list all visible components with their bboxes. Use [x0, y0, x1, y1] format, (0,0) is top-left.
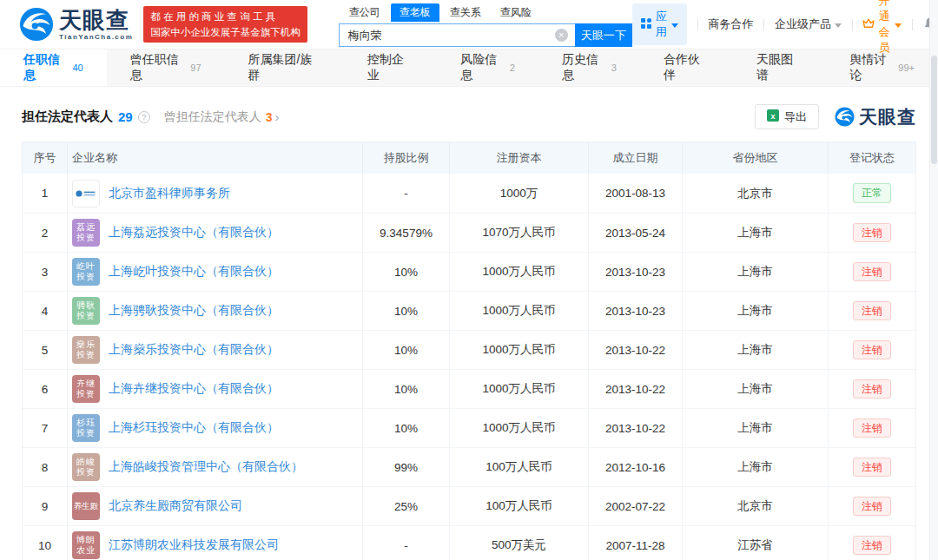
table-row: 6 卉继投资 上海卉继投资中心（有限合伙） 10% 1000万人民币 2013-…	[23, 369, 915, 408]
search-tab-boss[interactable]: 查老板	[391, 3, 439, 22]
tab-history-info[interactable]: 历史信息3	[538, 49, 640, 86]
status-badge: 注销	[853, 536, 891, 555]
top-nav: 应用 商务合作 企业级产品 开通会员 鹰眼	[632, 0, 938, 56]
shareholding-ratio: 10%	[363, 292, 450, 330]
divider	[763, 19, 764, 30]
company-name-link[interactable]: 江苏博朗农业科技发展有限公司	[109, 537, 279, 553]
company-logo: 博朗农业	[72, 531, 100, 559]
establish-date: 2007-11-28	[589, 526, 683, 560]
vip-membership-button[interactable]: 开通会员	[862, 0, 902, 56]
company-name-link[interactable]: 上海骋耿投资中心（有限合伙）	[109, 303, 279, 319]
column-header: 注册资本	[450, 142, 589, 174]
company-logo: 皓峻投资	[72, 453, 100, 481]
table-row: 2 荔远投资 上海荔远投资中心（有限合伙） 9.34579% 1070万人民币 …	[23, 213, 915, 252]
section-count: 29	[118, 109, 133, 124]
status-badge: 注销	[853, 301, 891, 320]
shareholding-ratio: -	[363, 174, 450, 213]
shareholding-ratio: 25%	[363, 487, 450, 525]
scrollbar-thumb[interactable]	[931, 56, 937, 164]
status-badge: 注销	[853, 262, 891, 281]
excel-icon: x	[767, 109, 779, 124]
table-row: 1 北京市盈科律师事务所 - 1000万 2001-08-13 北京市 正常	[23, 174, 915, 213]
brand-title: 天眼查	[59, 9, 133, 31]
help-icon[interactable]: ?	[138, 111, 150, 123]
svg-text:x: x	[770, 112, 775, 121]
tab-group[interactable]: 所属集团/族群	[225, 49, 344, 86]
search-tab-risk[interactable]: 查风险	[492, 3, 540, 22]
scrollbar[interactable]	[929, 0, 938, 560]
divider	[912, 19, 913, 30]
establish-date: 2013-10-23	[589, 253, 683, 291]
company-name-link[interactable]: 上海皓峻投资管理中心（有限合伙）	[109, 459, 303, 475]
clear-icon[interactable]: ×	[555, 29, 568, 42]
establish-date: 2013-10-23	[589, 292, 683, 330]
establish-date: 2013-05-24	[589, 214, 683, 252]
registered-capital: 1000万人民币	[450, 409, 589, 447]
shareholding-ratio: 10%	[363, 331, 450, 369]
status-badge: 注销	[853, 497, 891, 516]
tianyancha-logo-icon	[835, 107, 855, 127]
company-name-link[interactable]: 北京市盈科律师事务所	[109, 186, 230, 201]
company-name-link[interactable]: 北京养生殿商贸有限公司	[109, 498, 242, 514]
search-button[interactable]: 天眼一下	[575, 23, 632, 47]
status-badge: 正常	[853, 183, 891, 202]
tianyancha-watermark: 天眼查	[835, 105, 916, 129]
apps-grid-icon	[641, 18, 651, 31]
company-name-link[interactable]: 上海卉继投资中心（有限合伙）	[109, 381, 279, 397]
company-logo: 卉继投资	[72, 375, 100, 403]
table-row: 5 燊乐投资 上海燊乐投资中心（有限合伙） 10% 1000万人民币 2013-…	[23, 330, 915, 369]
company-name-link[interactable]: 上海燊乐投资中心（有限合伙）	[109, 342, 279, 358]
chevron-down-icon	[671, 23, 678, 28]
past-legal-rep-link[interactable]: 曾担任法定代表人 3 ›	[164, 109, 280, 125]
company-name-link[interactable]: 上海杉珏投资中心（有限合伙）	[109, 420, 279, 436]
nav-item-enterprise-products[interactable]: 企业级产品	[775, 16, 842, 32]
company-name-link[interactable]: 上海屹叶投资中心（有限合伙）	[109, 264, 279, 280]
tab-risk-info[interactable]: 风险信息2	[437, 49, 538, 86]
shareholding-ratio: 10%	[363, 370, 450, 408]
tab-controlled-companies[interactable]: 控制企业	[344, 49, 437, 86]
registered-capital: 1000万人民币	[450, 331, 589, 369]
company-name-link[interactable]: 上海荔远投资中心（有限合伙）	[109, 225, 279, 240]
row-index: 6	[23, 370, 68, 408]
row-index: 10	[23, 526, 68, 560]
column-header: 持股比例	[363, 142, 450, 174]
crown-icon	[862, 18, 875, 31]
column-header: 成立日期	[589, 142, 683, 174]
tab-past-positions[interactable]: 曾任职信息97	[107, 49, 225, 86]
promo-line-2: 国家中小企业发展子基金旗下机构	[150, 26, 301, 38]
apps-label: 应用	[656, 9, 667, 40]
establish-date: 2012-10-16	[589, 448, 683, 486]
establish-date: 2001-08-13	[589, 174, 683, 213]
search-area: 查公司查老板查关系查风险 × 天眼一下	[339, 3, 632, 47]
apps-menu-button[interactable]: 应用	[632, 3, 687, 45]
shareholding-ratio: 9.34579%	[363, 214, 450, 252]
registered-capital: 1000万	[450, 174, 589, 213]
table-row: 10 博朗农业 江苏博朗农业科技发展有限公司 - 500万美元 2007-11-…	[23, 525, 915, 560]
search-input[interactable]	[339, 23, 575, 47]
province-region: 上海市	[683, 331, 829, 369]
province-region: 上海市	[683, 370, 829, 408]
establish-date: 2013-10-22	[589, 370, 683, 408]
divider	[697, 19, 698, 30]
export-button[interactable]: x 导出	[755, 104, 819, 129]
status-badge: 注销	[853, 379, 891, 399]
promo-badge: 都 在 用 的 商 业 查 询 工 具 国家中小企业发展子基金旗下机构	[143, 6, 307, 43]
section-title: 担任法定代表人	[22, 109, 113, 125]
row-index: 5	[23, 331, 68, 369]
establish-date: 2002-07-22	[589, 487, 683, 525]
company-logo	[72, 180, 100, 208]
search-tab-company[interactable]: 查公司	[340, 3, 389, 22]
search-type-tabs: 查公司查老板查关系查风险	[340, 3, 632, 22]
brand-logo[interactable]: 天眼查 TianYanCha.com	[19, 7, 133, 42]
registered-capital: 100万人民币	[450, 487, 589, 525]
nav-item-business-cooperation[interactable]: 商务合作	[708, 16, 753, 32]
tab-current-positions[interactable]: 任职信息40	[0, 49, 107, 86]
table-header-row: 序号企业名称持股比例注册资本成立日期省份地区登记状态	[23, 142, 915, 174]
row-index: 8	[23, 448, 68, 486]
table-row: 9 养生殿 北京养生殿商贸有限公司 25% 100万人民币 2002-07-22…	[23, 486, 915, 525]
province-region: 上海市	[683, 409, 829, 447]
chevron-down-icon	[835, 23, 842, 28]
brand-subtitle: TianYanCha.com	[59, 34, 133, 41]
status-badge: 注销	[853, 340, 891, 359]
search-tab-relations[interactable]: 查关系	[441, 3, 490, 22]
